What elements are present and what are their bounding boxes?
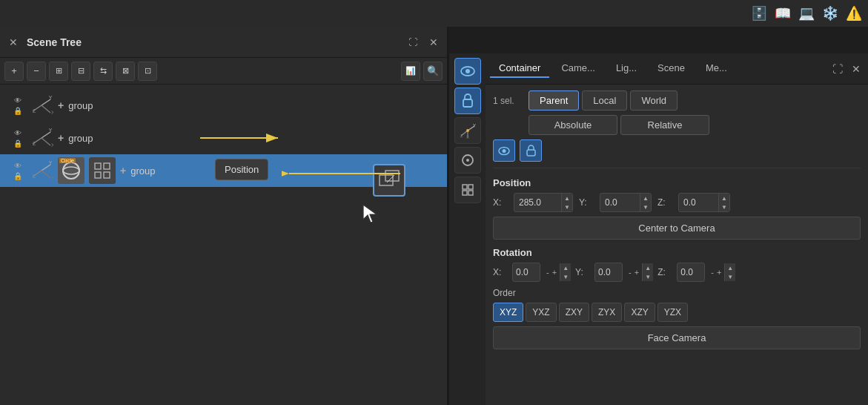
scene-grid-btn[interactable] — [454, 177, 481, 203]
rot-x-minus[interactable]: - — [545, 268, 551, 277]
rot-z-spinners: ▲ ▼ — [724, 263, 735, 281]
order-yzx-btn[interactable]: YZX — [657, 303, 688, 322]
rot-y-label: Y: — [575, 267, 590, 277]
close-icon[interactable]: ✕ — [6, 35, 21, 50]
order-yxz-btn[interactable]: YXZ — [526, 303, 556, 322]
rot-y-plus[interactable]: + — [635, 268, 639, 277]
snowflake-icon[interactable]: ❄️ — [822, 5, 838, 22]
tool6-btn[interactable]: ⊠ — [116, 62, 135, 81]
visibility-eye-btn[interactable] — [493, 139, 515, 162]
rot-x-spinners: ▲ ▼ — [560, 263, 571, 281]
eye-icon[interactable]: 👁 — [12, 161, 24, 170]
rot-z-down[interactable]: ▼ — [725, 272, 735, 281]
tab-container[interactable]: Container — [490, 59, 549, 78]
z-input[interactable]: 0.0 ▲ ▼ — [678, 193, 730, 212]
absolute-btn[interactable]: Absolute — [529, 115, 617, 135]
relative-btn[interactable]: Relative — [620, 115, 709, 135]
svg-point-49 — [503, 149, 506, 153]
scene-dot-btn[interactable] — [454, 147, 481, 174]
add-btn[interactable]: + — [4, 62, 24, 81]
z-up-btn[interactable]: ▲ — [719, 194, 729, 202]
rot-z-plus[interactable]: + — [717, 268, 721, 277]
y-up-btn[interactable]: ▲ — [640, 194, 651, 202]
y-input[interactable]: 0.0 ▲ ▼ — [600, 193, 652, 212]
tool4-btn[interactable]: ⊟ — [71, 62, 90, 81]
x-down-btn[interactable]: ▼ — [562, 202, 572, 211]
search-btn[interactable]: 🔍 — [423, 62, 443, 81]
scene-3d-axes-btn[interactable]: Y Z X — [454, 117, 481, 144]
item-name: group — [68, 133, 93, 144]
svg-point-43 — [466, 159, 469, 162]
svg-rect-22 — [95, 163, 101, 169]
lock-icon[interactable]: 🔒 — [12, 139, 24, 148]
eye-icon[interactable]: 👁 — [12, 128, 24, 137]
tree-item[interactable]: 👁 🔒 Y Z X + group — [0, 89, 447, 122]
expand-icon[interactable]: ⛶ — [405, 35, 420, 50]
expand-panel-icon[interactable]: ⛶ — [829, 61, 846, 77]
rot-x-plus[interactable]: + — [552, 268, 557, 277]
rot-x-down[interactable]: ▼ — [560, 272, 571, 281]
tool3-btn[interactable]: ⊞ — [49, 62, 68, 81]
local-btn[interactable]: Local — [582, 90, 627, 111]
position-icon-btn[interactable] — [373, 164, 405, 197]
z-down-btn[interactable]: ▼ — [719, 202, 729, 211]
center-to-camera-btn[interactable]: Center to Camera — [493, 217, 861, 240]
rot-z-input[interactable]: 0.0 — [677, 263, 705, 282]
svg-rect-28 — [380, 175, 393, 185]
close-right-panel-icon[interactable]: ✕ — [849, 62, 864, 76]
database-icon[interactable]: 🗄️ — [751, 5, 767, 22]
item-name: group — [130, 165, 155, 177]
remove-btn[interactable]: − — [27, 62, 46, 81]
rot-z-up[interactable]: ▲ — [725, 263, 735, 272]
rot-y-input[interactable]: 0.0 — [594, 263, 623, 282]
y-down-btn[interactable]: ▼ — [640, 202, 651, 211]
face-camera-btn[interactable]: Face Camera — [493, 326, 861, 349]
chart-btn[interactable]: 📊 — [401, 62, 420, 81]
axes-icon: Y Z X — [30, 159, 53, 182]
tab-scene[interactable]: Scene — [649, 59, 694, 78]
world-btn[interactable]: World — [630, 90, 677, 111]
rot-x-value: 0.0 — [513, 267, 540, 277]
rot-z-minus[interactable]: - — [709, 268, 715, 277]
rot-x-up[interactable]: ▲ — [560, 263, 571, 272]
terminal-icon[interactable]: 💻 — [798, 5, 815, 22]
eye-icon[interactable]: 👁 — [12, 96, 24, 105]
tree-item[interactable]: 👁 🔒 Y Z X + group — [0, 122, 447, 154]
close-panel-icon[interactable]: ✕ — [426, 35, 441, 50]
rot-y-down[interactable]: ▼ — [643, 272, 653, 281]
rot-y-spinners: ▲ ▼ — [642, 263, 653, 281]
parent-btn[interactable]: Parent — [529, 90, 579, 111]
tool5-btn[interactable]: ⇆ — [93, 62, 113, 81]
rot-y-up[interactable]: ▲ — [643, 263, 653, 272]
order-zyx-btn[interactable]: ZYX — [592, 303, 622, 322]
x-input[interactable]: 285.0 ▲ ▼ — [514, 193, 573, 212]
tree-item-icons: 👁 🔒 — [12, 96, 25, 115]
order-xyz-btn[interactable]: XYZ — [493, 303, 523, 322]
tab-camera[interactable]: Came... — [552, 59, 604, 78]
visibility-lock-btn[interactable] — [520, 139, 542, 162]
order-xzy-btn[interactable]: XZY — [624, 303, 655, 322]
x-up-btn[interactable]: ▲ — [562, 194, 572, 202]
svg-rect-46 — [463, 191, 467, 195]
sel-row: 1 sel. Parent Local World — [493, 90, 861, 111]
rot-y-value: 0.0 — [595, 267, 622, 277]
svg-line-6 — [42, 132, 50, 138]
svg-text:X: X — [51, 175, 53, 180]
scene-eye-btn[interactable] — [454, 58, 481, 85]
rot-y-minus[interactable]: - — [627, 268, 633, 277]
axes-icon: Y Z X — [30, 126, 53, 150]
tool7-btn[interactable]: ⊡ — [138, 62, 157, 81]
lock-icon[interactable]: 🔒 — [12, 171, 24, 180]
scene-lock-btn[interactable] — [454, 88, 481, 114]
lock-icon[interactable]: 🔒 — [12, 106, 24, 115]
tooltip-text: Position — [225, 164, 259, 175]
tab-me[interactable]: Me... — [697, 59, 736, 78]
svg-rect-50 — [527, 150, 535, 156]
rot-x-input[interactable]: 0.0 — [512, 263, 540, 282]
svg-line-16 — [42, 171, 50, 178]
svg-point-38 — [466, 129, 469, 132]
warning-icon[interactable]: ⚠️ — [846, 5, 862, 22]
order-zxy-btn[interactable]: ZXY — [559, 303, 589, 322]
book-icon[interactable]: 📖 — [775, 5, 791, 22]
tab-lighting[interactable]: Lig... — [607, 59, 646, 78]
